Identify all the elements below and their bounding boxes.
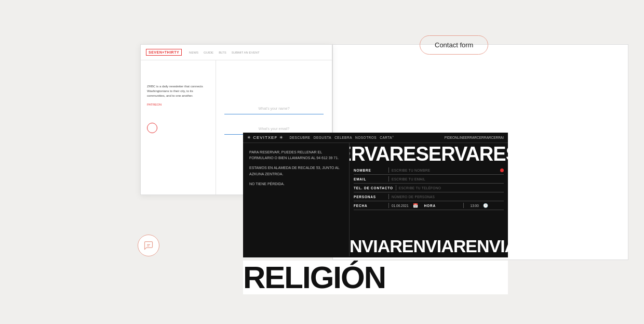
chat-bubble-icon xyxy=(143,240,154,251)
cevitxef-body: PARA RESERVAR, PUEDES RELLENAR EL FORMUL… xyxy=(243,143,508,256)
sep6 xyxy=(463,203,464,208)
cevitxef-text2: ESTAMOS EN ALAMEDA DE RECALDE 53, JUNTO … xyxy=(249,165,343,176)
input-email[interactable]: ESCRIBE TU EMAIL xyxy=(392,177,504,181)
hora-value[interactable]: 13:00 xyxy=(471,204,479,208)
input-nombre[interactable]: ESCRIBE TU NOMBRE xyxy=(392,169,498,172)
nav-nosotros[interactable]: NOSOTROS xyxy=(355,136,377,139)
reserva-bg-text: ARESERVARESERVARES xyxy=(350,143,508,164)
nav-pideonline[interactable]: PIDEONLINE xyxy=(445,136,465,139)
contact-form-label: Contact form xyxy=(435,41,473,49)
sep2 xyxy=(388,176,389,182)
nav-celebra[interactable]: CELEBRA xyxy=(334,136,352,139)
newsletter-logo: SEVEN×THIRTY xyxy=(146,49,182,56)
nav-blts[interactable]: BLTS xyxy=(219,51,226,54)
email-placeholder: What's your email? xyxy=(259,127,289,131)
enviar-bg-text[interactable]: NVIARENVIARENVIAРЕ xyxy=(350,236,508,256)
label-tel: TEL. DE CONTACTO xyxy=(354,186,393,190)
nav-degusta[interactable]: DEGUSTA xyxy=(314,136,331,139)
cevitxef-text3: NO TIENE PÉRDIDA. xyxy=(249,181,343,187)
date-group: 01.06.2021 📅 HORA 13:00 🕐 xyxy=(392,203,504,208)
sep3 xyxy=(396,185,396,190)
form-row-tel: TEL. DE CONTACTO ESCRIBE TU TELÉFONO xyxy=(354,184,504,192)
newsletter-link[interactable]: PATREON xyxy=(147,102,209,107)
clock-icon[interactable]: 🕐 xyxy=(483,203,488,208)
date-value[interactable]: 01.06.2021 xyxy=(392,204,409,208)
form-row-nombre: NOMBRE ESCRIBE TU NOMBRE xyxy=(354,166,504,175)
nav-cerrar2[interactable]: CERRAI xyxy=(491,136,504,139)
contact-form-badge[interactable]: Contact form xyxy=(420,35,488,55)
cevitxef-text1: PARA RESERVAR, PUEDES RELLENAR EL FORMUL… xyxy=(249,149,343,161)
newsletter-circle-icon xyxy=(147,123,157,133)
cevitxef-logo: ✳ CEVITXEF ✳ xyxy=(247,135,284,140)
newsletter-nav: NEWS GUIDE BLTS SUBMIT AN EVENT xyxy=(189,51,259,54)
name-input[interactable]: What's your name? xyxy=(224,102,324,114)
sep5 xyxy=(388,203,389,208)
nav-reservar[interactable]: ERRAR xyxy=(465,136,477,139)
religion-text: RELIGIÓN xyxy=(243,262,385,293)
cevitxef-nav-right: PIDEONLINE ERRAR CERRAR CERRAI xyxy=(445,136,504,139)
nav-guide[interactable]: GUIDE xyxy=(204,51,213,54)
calendar-icon[interactable]: 📅 xyxy=(413,203,418,208)
label-hora: HORA xyxy=(424,204,457,208)
nav-cerrar1[interactable]: CERRAR xyxy=(477,136,491,139)
label-personas: PERSONAS xyxy=(354,195,386,199)
cevitxef-right: ARESERVARESERVARES NOMBRE ESCRIBE TU NOM… xyxy=(350,143,508,256)
newsletter-description: ZRBC is a daily newsletter that connects… xyxy=(147,84,209,107)
nav-carta[interactable]: CARTA° xyxy=(380,136,394,139)
label-email: EMAIL xyxy=(354,177,386,181)
nav-submit[interactable]: SUBMIT AN EVENT xyxy=(232,51,260,54)
reservation-form: NOMBRE ESCRIBE TU NOMBRE EMAIL ESCRIBE T… xyxy=(350,166,508,210)
required-dot xyxy=(500,169,504,172)
newsletter-header: SEVEN×THIRTY NEWS GUIDE BLTS SUBMIT AN E… xyxy=(141,45,332,60)
input-tel[interactable]: ESCRIBE TU TELÉFONO xyxy=(399,186,504,190)
form-row-personas: PERSONAS NÚMERO DE PERSONAS xyxy=(354,192,504,201)
sep4 xyxy=(388,194,389,199)
input-personas[interactable]: NÚMERO DE PERSONAS xyxy=(392,195,504,199)
chat-icon-button[interactable] xyxy=(138,235,159,256)
sep1 xyxy=(388,167,389,173)
cevitxef-nav: DESCUBRE DEGUSTA CELEBRA NOSOTROS CARTA° xyxy=(290,136,394,139)
cevitxef-header: ✳ CEVITXEF ✳ DESCUBRE DEGUSTA CELEBRA NO… xyxy=(243,133,508,143)
cevitxef-card: ✳ CEVITXEF ✳ DESCUBRE DEGUSTA CELEBRA NO… xyxy=(243,133,508,257)
label-nombre: NOMBRE xyxy=(354,169,386,172)
label-fecha: FECHA xyxy=(354,204,386,208)
form-row-email: EMAIL ESCRIBE TU EMAIL xyxy=(354,175,504,184)
form-row-fecha: FECHA 01.06.2021 📅 HORA 13:00 🕐 xyxy=(354,201,504,210)
cevitxef-left: PARA RESERVAR, PUEDES RELLENAR EL FORMUL… xyxy=(243,143,350,256)
nav-news[interactable]: NEWS xyxy=(189,51,198,54)
religion-bar: RELIGIÓN xyxy=(243,261,508,294)
nav-descubre[interactable]: DESCUBRE xyxy=(290,136,311,139)
name-placeholder: What's your name? xyxy=(258,107,289,110)
newsletter-left: ZRBC is a daily newsletter that connects… xyxy=(141,60,216,195)
